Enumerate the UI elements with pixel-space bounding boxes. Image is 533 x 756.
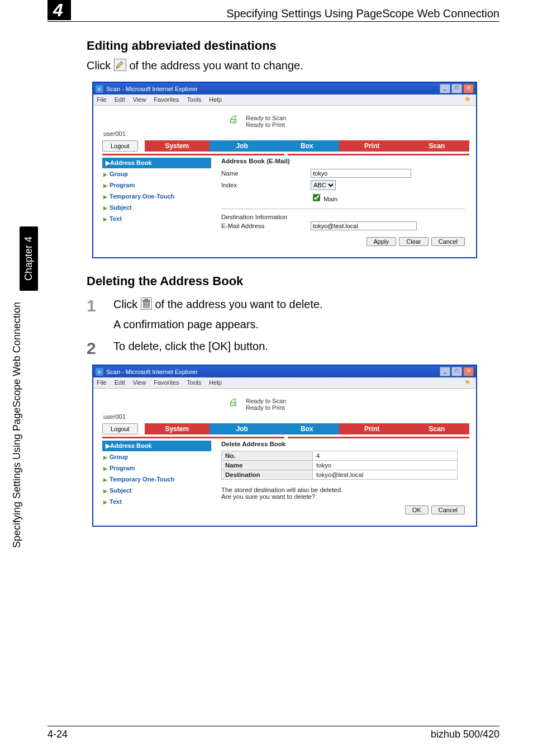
right-pane-delete: Delete Address Book No. 4 Name tokyo Des… bbox=[211, 438, 469, 514]
index-label: Index bbox=[221, 182, 311, 188]
delete-warning-2: Are you sure you want to delete? bbox=[221, 493, 465, 500]
maximize-button[interactable]: □ bbox=[451, 367, 462, 376]
tab-system[interactable]: System bbox=[145, 140, 210, 152]
nav-item-group[interactable]: Group bbox=[102, 168, 211, 179]
tab-print[interactable]: Print bbox=[339, 140, 404, 152]
close-button[interactable]: ✕ bbox=[463, 84, 474, 93]
tab-job[interactable]: Job bbox=[210, 423, 274, 434]
nav-item-subject[interactable]: Subject bbox=[102, 485, 211, 496]
user-label: user001 bbox=[103, 130, 469, 137]
nav-item-program[interactable]: Program bbox=[102, 462, 211, 474]
ie-titlebar: e Scan - Microsoft Internet Explorer _ □… bbox=[93, 366, 476, 377]
tab-scan[interactable]: Scan bbox=[404, 140, 469, 152]
ready-scan-label: Ready to Scan bbox=[246, 115, 286, 121]
menu-help[interactable]: Help bbox=[209, 96, 222, 103]
logout-button[interactable]: Logout bbox=[102, 140, 138, 152]
menu-tools[interactable]: Tools bbox=[187, 379, 202, 386]
close-button[interactable]: ✕ bbox=[463, 367, 474, 376]
tab-box[interactable]: Box bbox=[274, 423, 339, 434]
screenshot-delete-dialog: e Scan - Microsoft Internet Explorer _ □… bbox=[92, 365, 477, 527]
menu-file[interactable]: File bbox=[97, 96, 107, 103]
ready-print-label: Ready to Print bbox=[246, 404, 286, 411]
minimize-button[interactable]: _ bbox=[440, 84, 450, 93]
ready-scan-label: Ready to Scan bbox=[246, 398, 286, 404]
nav-item-text[interactable]: Text bbox=[102, 213, 211, 224]
cancel-button[interactable]: Cancel bbox=[431, 505, 465, 514]
menu-edit[interactable]: Edit bbox=[115, 379, 125, 386]
no-value: 4 bbox=[313, 451, 458, 461]
step1-line1: Click of the address you want to delete. bbox=[113, 297, 483, 313]
name-label: Name bbox=[222, 461, 313, 470]
user-label: user001 bbox=[103, 413, 469, 420]
svg-rect-4 bbox=[145, 299, 147, 300]
menu-favorites[interactable]: Favorites bbox=[154, 379, 179, 386]
page-header: 4 Specifying Settings Using PageScope We… bbox=[47, 0, 499, 22]
status-block: 🖨 Ready to Scan Ready to Print bbox=[226, 396, 469, 412]
ie-logo-icon: e bbox=[96, 85, 103, 93]
nav-item-program[interactable]: Program bbox=[102, 179, 211, 191]
tab-print[interactable]: Print bbox=[339, 423, 404, 434]
page-title: Specifying Settings Using PageScope Web … bbox=[226, 7, 499, 20]
ie-flag-icon: ⚑ bbox=[463, 96, 473, 103]
destination-info-label: Destination Information bbox=[221, 214, 465, 220]
edit-icon bbox=[114, 59, 126, 74]
left-nav: ▶Address Book Group Program Temporary On… bbox=[102, 438, 211, 514]
chapter-tab: Chapter 4 bbox=[20, 226, 38, 291]
tab-job[interactable]: Job bbox=[210, 140, 274, 152]
left-nav: ▶Address Book Group Program Temporary On… bbox=[102, 155, 211, 246]
step1-line2: A confirmation page appears. bbox=[113, 318, 483, 331]
nav-head-address-book[interactable]: ▶Address Book bbox=[102, 441, 211, 451]
nav-head-address-book[interactable]: ▶Address Book bbox=[102, 158, 211, 168]
menu-file[interactable]: File bbox=[97, 379, 107, 386]
tab-system[interactable]: System bbox=[145, 423, 210, 434]
nav-item-group[interactable]: Group bbox=[102, 451, 211, 462]
nav-item-temporary-one-touch[interactable]: Temporary One-Touch bbox=[102, 191, 211, 202]
name-label: Name bbox=[221, 170, 311, 177]
apply-button[interactable]: Apply bbox=[367, 237, 397, 246]
pane-title: Delete Address Book bbox=[221, 441, 465, 447]
destination-value: tokyo@test.local bbox=[313, 470, 458, 480]
delete-info-table: No. 4 Name tokyo Destination tokyo@test.… bbox=[221, 451, 458, 480]
cancel-button[interactable]: Cancel bbox=[431, 237, 465, 246]
menu-edit[interactable]: Edit bbox=[115, 96, 125, 103]
step2-line1: To delete, click the [OK] button. bbox=[113, 340, 483, 353]
footer-right: bizhub 500/420 bbox=[431, 729, 499, 740]
section1-line: Click of the address you want to change. bbox=[87, 59, 483, 74]
clear-button[interactable]: Clear bbox=[399, 237, 428, 246]
printer-status-icon: 🖨 bbox=[226, 114, 241, 129]
name-value: tokyo bbox=[313, 461, 458, 470]
maximize-button[interactable]: □ bbox=[451, 84, 462, 93]
right-pane-edit: Address Book (E-Mail) Name Index ABC Mai… bbox=[211, 155, 469, 246]
delete-warning-1: The stored destination will also be dele… bbox=[221, 486, 465, 493]
printer-status-icon: 🖨 bbox=[226, 396, 241, 412]
index-select[interactable]: ABC bbox=[311, 180, 336, 190]
menu-tools[interactable]: Tools bbox=[187, 96, 202, 103]
nav-item-subject[interactable]: Subject bbox=[102, 202, 211, 213]
no-label: No. bbox=[222, 451, 313, 461]
email-input[interactable] bbox=[311, 221, 417, 230]
menu-favorites[interactable]: Favorites bbox=[154, 96, 179, 103]
main-checkbox[interactable] bbox=[313, 194, 320, 201]
minimize-button[interactable]: _ bbox=[440, 367, 450, 376]
status-block: 🖨 Ready to Scan Ready to Print bbox=[226, 114, 469, 129]
menu-help[interactable]: Help bbox=[209, 379, 222, 386]
step-number-1: 1 bbox=[87, 297, 113, 314]
ie-menubar: File Edit View Favorites Tools Help ⚑ bbox=[93, 377, 476, 389]
window-title: Scan - Microsoft Internet Explorer bbox=[106, 368, 198, 375]
ie-titlebar: e Scan - Microsoft Internet Explorer _ □… bbox=[93, 83, 476, 94]
tab-scan[interactable]: Scan bbox=[404, 423, 469, 434]
nav-item-text[interactable]: Text bbox=[102, 496, 211, 507]
ie-flag-icon: ⚑ bbox=[463, 379, 473, 386]
name-input[interactable] bbox=[311, 169, 411, 178]
section-heading-edit: Editing abbreviated destinations bbox=[87, 39, 483, 53]
ok-button[interactable]: OK bbox=[405, 505, 429, 514]
pane-title: Address Book (E-Mail) bbox=[221, 158, 465, 164]
main-label: Main bbox=[323, 196, 337, 202]
menu-view[interactable]: View bbox=[133, 379, 146, 386]
section-heading-delete: Deleting the Address Book bbox=[87, 274, 483, 289]
menu-view[interactable]: View bbox=[133, 96, 146, 103]
tab-box[interactable]: Box bbox=[274, 140, 339, 152]
logout-button[interactable]: Logout bbox=[102, 423, 138, 434]
nav-item-temporary-one-touch[interactable]: Temporary One-Touch bbox=[102, 474, 211, 485]
ready-print-label: Ready to Print bbox=[246, 121, 286, 128]
